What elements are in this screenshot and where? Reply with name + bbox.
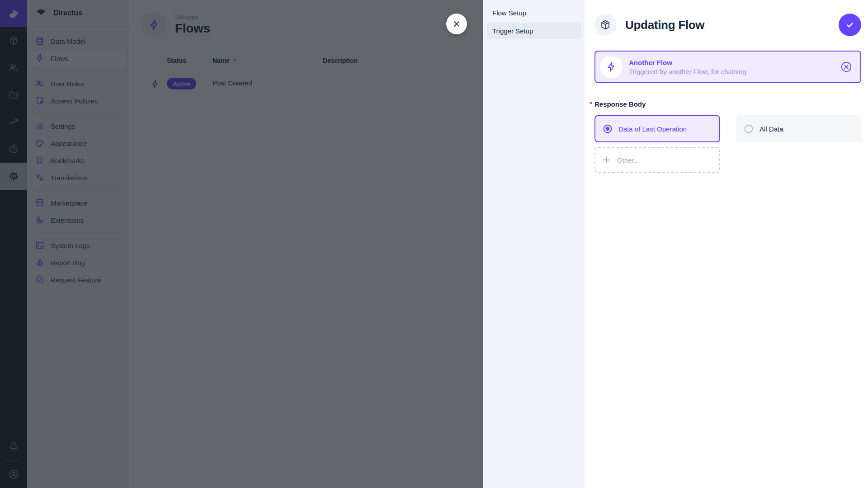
close-icon	[452, 19, 461, 28]
drawer-main: Updating Flow Another Flow Triggered by …	[585, 0, 868, 488]
drawer-header: Updating Flow	[594, 14, 861, 36]
radio-option-all-data[interactable]: All Data	[736, 115, 861, 142]
close-drawer-button[interactable]	[446, 14, 467, 34]
bolt-icon	[606, 61, 617, 72]
radio-option-label: All Data	[760, 125, 783, 133]
required-indicator	[590, 102, 592, 104]
response-body-label-text: Response Body	[594, 100, 646, 108]
radio-checked-icon	[603, 124, 613, 134]
plus-icon	[602, 155, 611, 164]
radio-option-data-of-last-operation[interactable]: Data of Last Operation	[594, 115, 720, 142]
drawer-dim-overlay[interactable]	[0, 0, 483, 488]
drawer-nav-flow-setup[interactable]: Flow Setup	[487, 5, 581, 21]
other-option-button[interactable]: Other...	[594, 147, 720, 173]
response-body-label: Response Body	[594, 100, 646, 108]
box-icon	[600, 19, 611, 30]
trigger-card-subtitle: Triggered by another Flow, for chaining	[629, 68, 834, 75]
save-button[interactable]	[839, 14, 861, 36]
trigger-type-card[interactable]: Another Flow Triggered by another Flow, …	[594, 51, 861, 83]
trigger-bolt-circle	[600, 56, 623, 78]
drawer-nav-trigger-setup[interactable]: Trigger Setup	[487, 23, 581, 39]
check-icon	[845, 20, 855, 30]
trigger-card-texts: Another Flow Triggered by another Flow, …	[629, 59, 834, 75]
response-body-options: Data of Last Operation All Data	[594, 115, 861, 142]
other-option-label: Other...	[617, 156, 639, 164]
drawer-nav: Flow Setup Trigger Setup	[483, 0, 585, 488]
drawer-title: Updating Flow	[623, 18, 832, 32]
radio-option-label: Data of Last Operation	[618, 125, 687, 133]
deselect-trigger-icon[interactable]	[840, 61, 852, 73]
trigger-card-title: Another Flow	[629, 59, 834, 66]
radio-unchecked-icon	[744, 124, 754, 134]
drawer-title-icon-circle	[594, 14, 616, 36]
